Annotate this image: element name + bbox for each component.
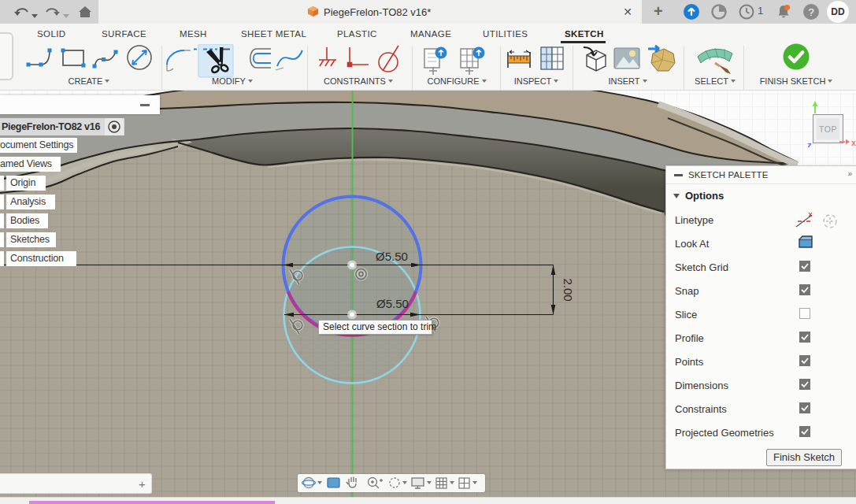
svg-text:Ø5.50: Ø5.50 <box>376 250 408 263</box>
svg-text:?: ? <box>808 6 813 18</box>
svg-text:Ø5.50: Ø5.50 <box>376 297 409 310</box>
svg-text:x: x <box>851 138 856 147</box>
svg-text:z: z <box>807 140 812 147</box>
svg-text:2.00: 2.00 <box>561 278 575 301</box>
